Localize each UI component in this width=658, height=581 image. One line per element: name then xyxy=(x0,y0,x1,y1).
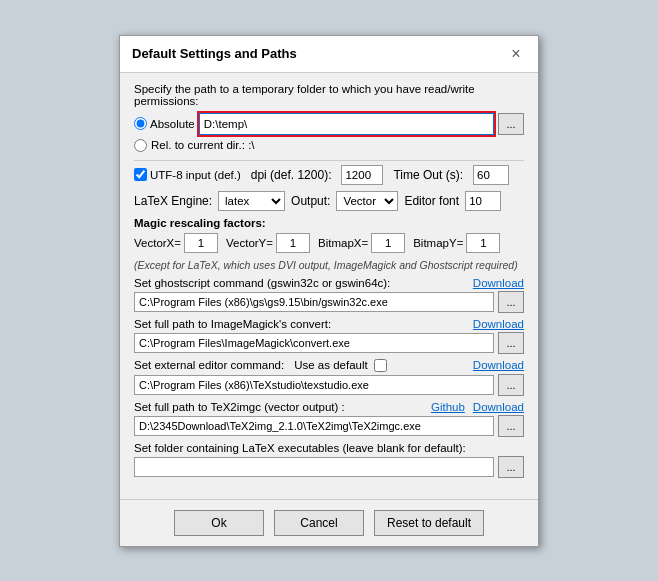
editor-label-row: Set external editor command: Use as defa… xyxy=(134,359,387,372)
path-description: Specify the path to a temporary folder t… xyxy=(134,83,524,107)
tex2imgc-row: ... xyxy=(134,415,524,437)
dialog-content: Specify the path to a temporary folder t… xyxy=(120,73,538,493)
imagemagick-label: Set full path to ImageMagick's convert: xyxy=(134,318,331,330)
tex2imgc-github-link[interactable]: Github xyxy=(431,401,465,413)
magic-section: Magic rescaling factors: VectorX= Vector… xyxy=(134,217,524,253)
latex-exec-path-input[interactable] xyxy=(134,457,494,477)
dpi-input[interactable] xyxy=(341,165,383,185)
engine-select[interactable]: latex pdflatex xelatex lualatex xyxy=(218,191,285,211)
use-default-label: Use as default xyxy=(294,359,368,371)
editor-font-label: Editor font xyxy=(404,194,459,208)
utf8-checkbox[interactable] xyxy=(134,168,147,181)
editor-row: ... xyxy=(134,374,524,396)
bitmapy-field: BitmapY= xyxy=(413,233,500,253)
absolute-path-input[interactable] xyxy=(199,113,494,135)
bitmapy-input[interactable] xyxy=(466,233,500,253)
ok-button[interactable]: Ok xyxy=(174,510,264,536)
editor-download-link[interactable]: Download xyxy=(473,359,524,371)
vectorx-label: VectorX= xyxy=(134,237,181,249)
imagemagick-header: Set full path to ImageMagick's convert: … xyxy=(134,318,524,330)
tex2imgc-header: Set full path to TeX2imgc (vector output… xyxy=(134,401,524,413)
vectory-input[interactable] xyxy=(276,233,310,253)
output-label: Output: xyxy=(291,194,330,208)
tex2imgc-section: Set full path to TeX2imgc (vector output… xyxy=(134,401,524,437)
reset-button[interactable]: Reset to default xyxy=(374,510,484,536)
magic-row: VectorX= VectorY= BitmapX= BitmapY= xyxy=(134,233,524,253)
editor-label: Set external editor command: xyxy=(134,359,284,371)
imagemagick-path-input[interactable] xyxy=(134,333,494,353)
gs-browse-button[interactable]: ... xyxy=(498,291,524,313)
latex-exec-section: Set folder containing LaTeX executables … xyxy=(134,442,524,478)
tex2imgc-browse-button[interactable]: ... xyxy=(498,415,524,437)
bitmapx-label: BitmapX= xyxy=(318,237,368,249)
footer: Ok Cancel Reset to default xyxy=(120,499,538,546)
bitmapx-input[interactable] xyxy=(371,233,405,253)
gs-row: ... xyxy=(134,291,524,313)
dialog: Default Settings and Paths × Specify the… xyxy=(119,35,539,547)
note-text: (Except for LaTeX, which uses DVI output… xyxy=(134,259,524,271)
latex-exec-label: Set folder containing LaTeX executables … xyxy=(134,442,466,454)
vectory-field: VectorY= xyxy=(226,233,310,253)
options-row: UTF-8 input (def.) dpi (def. 1200): Time… xyxy=(134,165,524,185)
relative-radio[interactable] xyxy=(134,139,147,152)
editor-font-input[interactable] xyxy=(465,191,501,211)
gs-header: Set ghostscript command (gswin32c or gsw… xyxy=(134,277,524,289)
gs-section: Set ghostscript command (gswin32c or gsw… xyxy=(134,277,524,313)
utf8-label[interactable]: UTF-8 input (def.) xyxy=(134,168,241,181)
editor-browse-button[interactable]: ... xyxy=(498,374,524,396)
bitmapx-field: BitmapX= xyxy=(318,233,405,253)
tex2imgc-download-link[interactable]: Download xyxy=(473,401,524,413)
close-button[interactable]: × xyxy=(506,44,526,64)
engine-label: LaTeX Engine: xyxy=(134,194,212,208)
editor-header: Set external editor command: Use as defa… xyxy=(134,359,524,372)
imagemagick-row: ... xyxy=(134,332,524,354)
gs-path-input[interactable] xyxy=(134,292,494,312)
cancel-button[interactable]: Cancel xyxy=(274,510,364,536)
vectorx-field: VectorX= xyxy=(134,233,218,253)
timeout-label: Time Out (s): xyxy=(393,168,463,182)
dpi-label: dpi (def. 1200): xyxy=(251,168,332,182)
dialog-title: Default Settings and Paths xyxy=(132,46,297,61)
absolute-path-row: Absolute ... xyxy=(134,113,524,135)
imagemagick-section: Set full path to ImageMagick's convert: … xyxy=(134,318,524,354)
absolute-radio[interactable] xyxy=(134,117,147,130)
bitmapy-label: BitmapY= xyxy=(413,237,463,249)
latex-exec-browse-button[interactable]: ... xyxy=(498,456,524,478)
imagemagick-download-link[interactable]: Download xyxy=(473,318,524,330)
latex-exec-row: ... xyxy=(134,456,524,478)
tex2imgc-path-input[interactable] xyxy=(134,416,494,436)
timeout-input[interactable] xyxy=(473,165,509,185)
engine-row: LaTeX Engine: latex pdflatex xelatex lua… xyxy=(134,191,524,211)
use-default-checkbox[interactable] xyxy=(374,359,387,372)
title-bar: Default Settings and Paths × xyxy=(120,36,538,73)
imagemagick-browse-button[interactable]: ... xyxy=(498,332,524,354)
tex2imgc-label: Set full path to TeX2imgc (vector output… xyxy=(134,401,345,413)
gs-label: Set ghostscript command (gswin32c or gsw… xyxy=(134,277,390,289)
absolute-browse-button[interactable]: ... xyxy=(498,113,524,135)
gs-download-link[interactable]: Download xyxy=(473,277,524,289)
vectorx-input[interactable] xyxy=(184,233,218,253)
magic-title: Magic rescaling factors: xyxy=(134,217,524,229)
relative-label: Rel. to current dir.: :\ xyxy=(151,139,255,151)
vectory-label: VectorY= xyxy=(226,237,273,249)
tex2imgc-links: Github Download xyxy=(431,401,524,413)
editor-path-input[interactable] xyxy=(134,375,494,395)
output-select[interactable]: Vector Bitmap xyxy=(336,191,398,211)
editor-section: Set external editor command: Use as defa… xyxy=(134,359,524,396)
relative-path-row: Rel. to current dir.: :\ xyxy=(134,139,524,152)
latex-exec-header: Set folder containing LaTeX executables … xyxy=(134,442,524,454)
absolute-radio-label[interactable]: Absolute xyxy=(134,117,195,130)
